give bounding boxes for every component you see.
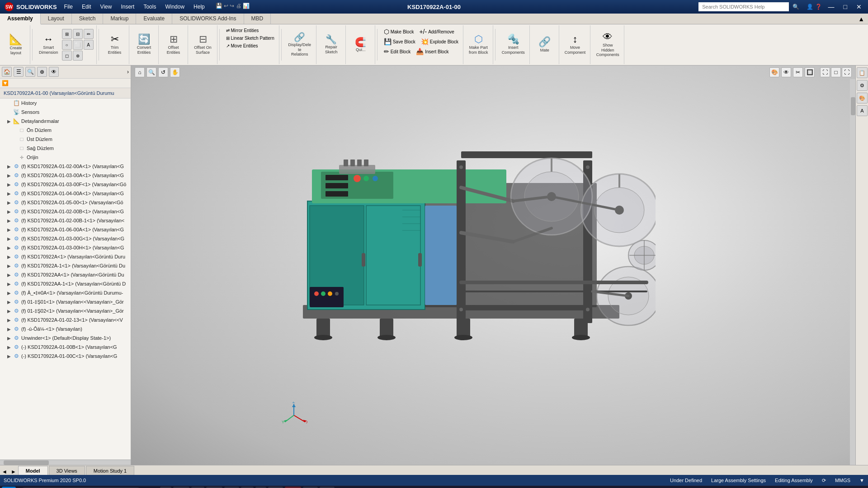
dim-tool-3[interactable]: ✏ xyxy=(84,29,94,39)
tab-evaluate[interactable]: Evaluate xyxy=(136,14,172,24)
linear-sketch-pattern-button[interactable]: ⊞ Linear Sketch Pattern xyxy=(224,35,276,42)
menu-edit[interactable]: Edit xyxy=(80,3,93,11)
repair-sketch-button[interactable]: 🔧 RepairSketch xyxy=(320,34,343,56)
menu-window[interactable]: Window xyxy=(163,3,186,11)
add-remove-button[interactable]: +/- Add/Remove xyxy=(417,27,456,36)
3d-viewport[interactable]: ⌂ 🔍 ↺ ✋ 🎨 👁 ✂ 🔲 ⛶ □ ⛶ xyxy=(131,66,855,465)
insert-block-button[interactable]: 📥 Insert Block xyxy=(414,47,450,56)
offset-entities-button[interactable]: ⊞ OffsetEntities xyxy=(162,33,185,56)
tree-item-part-03g[interactable]: ▶ ⚙ (f) KSD170922A-01-03-00G<1> (Varsayı… xyxy=(0,234,131,243)
right-panel-btn-4[interactable]: A xyxy=(857,105,868,116)
create-layout-button[interactable]: 📐 Createlayout xyxy=(5,33,27,56)
dim-tool-8[interactable]: ⊕ xyxy=(73,51,83,61)
convert-entities-button[interactable]: 🔄 ConvertEntities xyxy=(133,33,156,56)
tree-hscrollbar[interactable] xyxy=(0,460,131,465)
tree-item-on-duzlem[interactable]: □ Ön Düzlem xyxy=(0,126,131,135)
tab-assembly[interactable]: Assembly xyxy=(0,14,41,24)
close-button[interactable]: ✕ xyxy=(854,3,864,10)
tree-item-part-s02[interactable]: ▶ ⚙ (f) 01-‡Ş02<1> (Varsayılan<<Varsayıl… xyxy=(0,306,131,315)
explode-block-button[interactable]: 💥 Explode Block xyxy=(419,37,460,46)
tree-item-detaylandirmalar[interactable]: ▶ 📐 Detaylandırmalar xyxy=(0,117,131,126)
tree-item-part-03a[interactable]: ▶ ⚙ (f) KSD170922A-01-03-00A<1> (Varsayı… xyxy=(0,171,131,180)
tree-item-part-00c[interactable]: ▶ ⚙ (-) KSD170922A-01-00C<1> (Varsayılan… xyxy=(0,352,131,361)
tab-nav-left[interactable]: ◄ xyxy=(0,469,9,475)
restore-button[interactable]: □ xyxy=(841,3,850,10)
tree-item-ust-duzlem[interactable]: □ Üst Düzlem xyxy=(0,135,131,144)
dim-tool-7[interactable]: ◻ xyxy=(62,51,72,61)
make-block-button[interactable]: ⬡ Make Block xyxy=(382,27,416,36)
tab-motion-study[interactable]: Motion Study 1 xyxy=(86,466,134,475)
right-panel-btn-3[interactable]: 🎨 xyxy=(857,93,868,103)
offset-on-surface-button[interactable]: ⊟ Offset OnSurface xyxy=(192,33,214,56)
menu-tools[interactable]: Tools xyxy=(142,3,158,11)
mate-button[interactable]: 🔗 Mate xyxy=(533,36,556,54)
tree-item-orijin[interactable]: ✛ Orijin xyxy=(0,153,131,162)
tree-item-part-aa1[interactable]: ▶ ⚙ (f) KSD170922AA<1> (Varsayılan<Görün… xyxy=(0,270,131,279)
tab-model[interactable]: Model xyxy=(18,466,48,475)
tree-item-part-1a[interactable]: ▶ ⚙ (f) KSD170922A-1<1> (Varsayılan<Görü… xyxy=(0,261,131,270)
menu-help[interactable]: Help xyxy=(192,3,207,11)
menu-view[interactable]: View xyxy=(99,3,114,11)
tree-item-part-06a[interactable]: ▶ ⚙ (f) KSD170922A-01-06-00A<1> (Varsayı… xyxy=(0,225,131,234)
menu-file[interactable]: File xyxy=(62,3,75,11)
tab-sw-addins[interactable]: SOLIDWORKS Add-Ins xyxy=(172,14,244,24)
tree-item-part-a1[interactable]: ▶ ⚙ (f) KSD170922A<1> (Varsayılan<Görünt… xyxy=(0,252,131,261)
tree-item-part-02b1[interactable]: ▶ ⚙ (f) KSD170922A-01-02-00B-1<1> (Varsa… xyxy=(0,216,131,225)
panel-expand-btn[interactable]: › xyxy=(127,69,129,75)
tree-item-part-s01[interactable]: ▶ ⚙ (f) 01-‡Ş01<1> (Varsayılan<<Varsayıl… xyxy=(0,297,131,306)
dim-tool-1[interactable]: ⊞ xyxy=(62,29,72,39)
tree-item-part-aa1-1[interactable]: ▶ ⚙ (f) KSD170922AA-1<1> (Varsayılan<Gör… xyxy=(0,279,131,288)
minimize-button[interactable]: — xyxy=(826,3,837,10)
viewport-vscrollbar[interactable] xyxy=(850,79,855,465)
move-component-button[interactable]: ↕ MoveComponent xyxy=(563,33,588,56)
tree-item-part-03f[interactable]: ▶ ⚙ (f) KSD170922A-01-03-00F<1> (Varsayı… xyxy=(0,180,131,189)
tab-sketch[interactable]: Sketch xyxy=(72,14,104,24)
dim-tool-4[interactable]: ○ xyxy=(62,40,72,50)
tree-item-part-02b[interactable]: ▶ ⚙ (f) KSD170922A-01-02-00B<1> (Varsayı… xyxy=(0,207,131,216)
tab-mbd[interactable]: MBD xyxy=(244,14,271,24)
smart-dimension-button[interactable]: ↔ SmartDimension xyxy=(37,33,60,56)
help-search-input[interactable] xyxy=(698,2,789,11)
show-hidden-components-button[interactable]: 👁 Show HiddenComponents xyxy=(594,31,621,58)
dim-tool-6[interactable]: A xyxy=(84,40,94,50)
tree-item-part-u[interactable]: ▶ ⚙ (f) -ú-Ôä¼-<1> (Varsayılan) xyxy=(0,324,131,333)
tree-item-history[interactable]: 📋 History xyxy=(0,99,131,108)
tab-layout[interactable]: Layout xyxy=(41,14,72,24)
make-part-from-block-button[interactable]: ⬡ Make Partfrom Block xyxy=(467,33,490,56)
display-delete-relations-button[interactable]: 🔗 Display/DeleteRelations xyxy=(286,32,313,58)
dim-tool-5[interactable]: ⬜ xyxy=(73,40,83,50)
panel-btn-add[interactable]: ⊕ xyxy=(37,67,47,77)
right-panel-btn-2[interactable]: ⚙ xyxy=(857,80,868,91)
panel-btn-list[interactable]: ☰ xyxy=(14,67,24,77)
tab-markup[interactable]: Markup xyxy=(103,14,136,24)
feature-tree[interactable]: 📋 History 📡 Sensors ▶ 📐 Detaylandırmalar… xyxy=(0,99,131,460)
tree-item-part-03h[interactable]: ▶ ⚙ (f) KSD170922A-01-03-00H<1> (Varsayı… xyxy=(0,243,131,252)
panel-btn-eye[interactable]: 👁 xyxy=(49,67,59,77)
svg-point-61 xyxy=(572,335,590,340)
tree-item-sensors[interactable]: 📡 Sensors xyxy=(0,108,131,117)
save-block-button[interactable]: 💾 Save Block xyxy=(382,37,417,46)
tree-item-part-00b[interactable]: ▶ ⚙ (-) KSD170922A-01-00B<1> (Varsayılan… xyxy=(0,343,131,352)
mirror-entities-button[interactable]: ⇌ Mirror Entities xyxy=(224,27,276,34)
tab-nav-right[interactable]: ► xyxy=(9,469,18,475)
part-02b-label: (f) KSD170922A-01-02-00B<1> (Varsayılan<… xyxy=(21,209,124,214)
insert-components-button[interactable]: 🔩 InsertComponents xyxy=(500,33,527,56)
edit-block-button[interactable]: ✏ Edit Block xyxy=(382,47,412,56)
tree-item-part-13[interactable]: ▶ ⚙ (f) KSD170922A-01-02-13<1> (Varsayıl… xyxy=(0,315,131,324)
panel-btn-home[interactable]: 🏠 xyxy=(2,67,12,77)
menu-insert[interactable]: Insert xyxy=(119,3,136,11)
tree-item-part-04a[interactable]: ▶ ⚙ (f) KSD170922A-01-04-00A<1> (Varsayı… xyxy=(0,189,131,198)
tree-item-part-02a[interactable]: ▶ ⚙ (f) KSD170922A-01-02-00A<1> (Varsayı… xyxy=(0,162,131,171)
right-panel-btn-1[interactable]: 📋 xyxy=(857,67,868,78)
ribbon-collapse-btn[interactable]: ▲ xyxy=(858,15,864,23)
tree-item-sag-duzlem[interactable]: □ Sağ Düzlem xyxy=(0,144,131,153)
panel-btn-search[interactable]: 🔍 xyxy=(25,67,35,77)
tree-item-part-05a[interactable]: ▶ ⚙ (f) KSD170922A-01-05-00<1> (Varsayıl… xyxy=(0,198,131,207)
quick-snaps-button[interactable]: 🧲 Qui... xyxy=(349,37,372,53)
tab-3d-views[interactable]: 3D Views xyxy=(49,466,85,475)
dim-tool-2[interactable]: ⊟ xyxy=(73,29,83,39)
tree-item-part-a1a[interactable]: ▶ ⚙ (f) Â_•‡¤0A<1> (Varsayılan<Görüntü D… xyxy=(0,288,131,297)
trim-entities-button[interactable]: ✂ TrimEntities xyxy=(104,33,126,56)
tree-item-unwinder[interactable]: ▶ ⚙ Unwinder<1> (Default<Display State-1… xyxy=(0,333,131,343)
move-entities-button[interactable]: ↗ Move Entities xyxy=(224,42,276,49)
